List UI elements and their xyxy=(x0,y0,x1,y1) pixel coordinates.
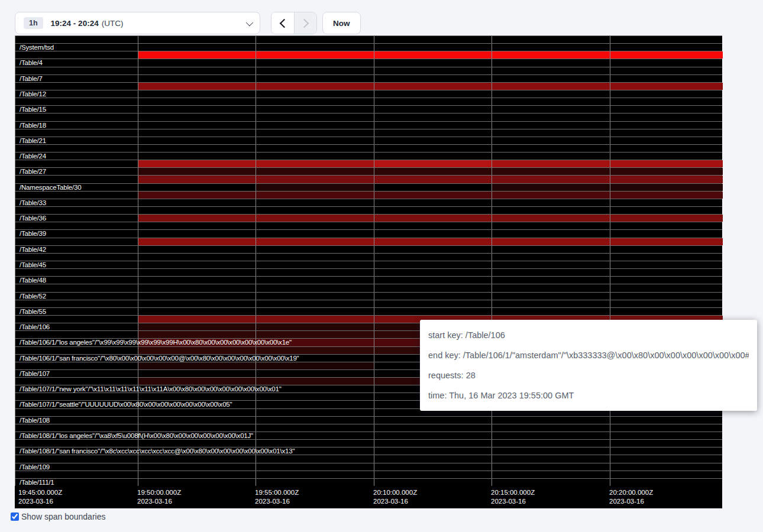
heatmap-cell[interactable] xyxy=(15,176,138,183)
heatmap-cell[interactable] xyxy=(256,184,374,191)
heatmap-cell[interactable] xyxy=(374,129,492,137)
heatmap-cell[interactable] xyxy=(610,145,723,152)
heatmap-cell[interactable] xyxy=(374,463,492,471)
heatmap-cell[interactable] xyxy=(610,36,723,43)
heatmap-cell[interactable] xyxy=(15,440,138,447)
heatmap-cell[interactable] xyxy=(492,246,610,253)
heatmap-cell[interactable] xyxy=(374,432,492,439)
heatmap-cell[interactable] xyxy=(492,455,610,462)
heatmap-cell[interactable] xyxy=(374,471,492,478)
heatmap-cell[interactable] xyxy=(256,75,374,82)
heatmap-cell[interactable] xyxy=(374,83,492,90)
heatmap-cell[interactable] xyxy=(138,378,256,385)
heatmap-cell[interactable] xyxy=(138,98,256,105)
heatmap-cell[interactable] xyxy=(610,471,723,478)
heatmap-cell[interactable] xyxy=(256,479,374,486)
heatmap-cell[interactable] xyxy=(15,98,138,105)
heatmap-cell[interactable] xyxy=(374,479,492,486)
heatmap-cell[interactable] xyxy=(492,44,610,51)
heatmap-cell[interactable] xyxy=(374,293,492,300)
heatmap-cell[interactable] xyxy=(256,199,374,206)
heatmap-cell[interactable] xyxy=(374,308,492,315)
heatmap-cell[interactable] xyxy=(138,463,256,471)
heatmap-cell[interactable] xyxy=(138,440,256,447)
heatmap-cell[interactable] xyxy=(256,331,374,338)
heatmap-cell[interactable] xyxy=(138,199,256,206)
heatmap-cell[interactable] xyxy=(15,471,138,478)
heatmap-cell[interactable] xyxy=(610,261,723,268)
heatmap-cell[interactable] xyxy=(374,59,492,66)
heatmap-cell[interactable] xyxy=(15,455,138,462)
heatmap-cell[interactable] xyxy=(492,145,610,152)
heatmap-cell[interactable] xyxy=(492,153,610,160)
heatmap-cell[interactable] xyxy=(256,424,374,432)
heatmap-cell[interactable] xyxy=(138,44,256,51)
heatmap-cell[interactable] xyxy=(256,246,374,253)
heatmap-cell[interactable] xyxy=(374,417,492,424)
heatmap-cell[interactable] xyxy=(138,362,256,369)
heatmap-cell[interactable] xyxy=(492,261,610,268)
heatmap-cell[interactable] xyxy=(15,300,138,307)
heatmap-cell[interactable] xyxy=(492,215,610,222)
heatmap-cell[interactable] xyxy=(492,199,610,206)
heatmap-cell[interactable] xyxy=(492,308,610,315)
heatmap-cell[interactable] xyxy=(492,424,610,432)
heatmap-cell[interactable] xyxy=(138,277,256,284)
heatmap-cell[interactable] xyxy=(374,51,492,59)
heatmap-cell[interactable] xyxy=(256,98,374,105)
key-visualizer-heatmap[interactable]: /System/tsd/Table/4/Table/7/Table/12/Tab… xyxy=(15,35,722,508)
heatmap-cell[interactable] xyxy=(374,153,492,160)
heatmap-cell[interactable] xyxy=(492,222,610,229)
heatmap-cell[interactable] xyxy=(492,67,610,74)
heatmap-cell[interactable] xyxy=(492,192,610,199)
heatmap-cell[interactable] xyxy=(256,362,374,369)
show-span-boundaries-label[interactable]: Show span boundaries xyxy=(21,512,105,521)
heatmap-cell[interactable] xyxy=(138,293,256,300)
heatmap-cell[interactable] xyxy=(610,122,723,129)
heatmap-cell[interactable] xyxy=(492,176,610,183)
heatmap-cell[interactable] xyxy=(492,122,610,129)
heatmap-cell[interactable] xyxy=(374,424,492,432)
heatmap-cell[interactable] xyxy=(256,59,374,66)
heatmap-cell[interactable] xyxy=(610,246,723,253)
heatmap-cell[interactable] xyxy=(374,284,492,291)
heatmap-cell[interactable] xyxy=(256,215,374,222)
heatmap-cell[interactable] xyxy=(138,308,256,315)
heatmap-cell[interactable] xyxy=(15,222,138,229)
heatmap-cell[interactable] xyxy=(256,153,374,160)
heatmap-cell[interactable] xyxy=(492,440,610,447)
heatmap-cell[interactable] xyxy=(15,67,138,74)
heatmap-cell[interactable] xyxy=(256,409,374,416)
heatmap-cell[interactable] xyxy=(610,269,723,276)
heatmap-cell[interactable] xyxy=(492,230,610,237)
heatmap-cell[interactable] xyxy=(374,184,492,191)
heatmap-cell[interactable] xyxy=(15,254,138,261)
heatmap-cell[interactable] xyxy=(15,284,138,291)
heatmap-cell[interactable] xyxy=(256,455,374,462)
heatmap-cell[interactable] xyxy=(256,230,374,237)
heatmap-cell[interactable] xyxy=(138,137,256,144)
heatmap-cell[interactable] xyxy=(256,238,374,245)
heatmap-cell[interactable] xyxy=(256,222,374,229)
now-button[interactable]: Now xyxy=(322,12,361,34)
heatmap-cell[interactable] xyxy=(138,300,256,307)
heatmap-cell[interactable] xyxy=(15,378,138,385)
heatmap-cell[interactable] xyxy=(138,122,256,129)
heatmap-cell[interactable] xyxy=(610,284,723,291)
heatmap-cell[interactable] xyxy=(492,293,610,300)
heatmap-cell[interactable] xyxy=(256,370,374,377)
heatmap-cell[interactable] xyxy=(15,36,138,43)
heatmap-cell[interactable] xyxy=(15,393,138,400)
heatmap-cell[interactable] xyxy=(610,176,723,183)
heatmap-cell[interactable] xyxy=(256,176,374,183)
heatmap-cell[interactable] xyxy=(256,308,374,315)
heatmap-cell[interactable] xyxy=(374,122,492,129)
heatmap-cell[interactable] xyxy=(138,192,256,199)
next-interval-button[interactable] xyxy=(294,12,316,34)
heatmap-cell[interactable] xyxy=(374,238,492,245)
heatmap-cell[interactable] xyxy=(138,113,256,121)
heatmap-cell[interactable] xyxy=(492,59,610,66)
heatmap-cell[interactable] xyxy=(610,160,723,167)
heatmap-cell[interactable] xyxy=(610,67,723,74)
heatmap-cell[interactable] xyxy=(610,75,723,82)
